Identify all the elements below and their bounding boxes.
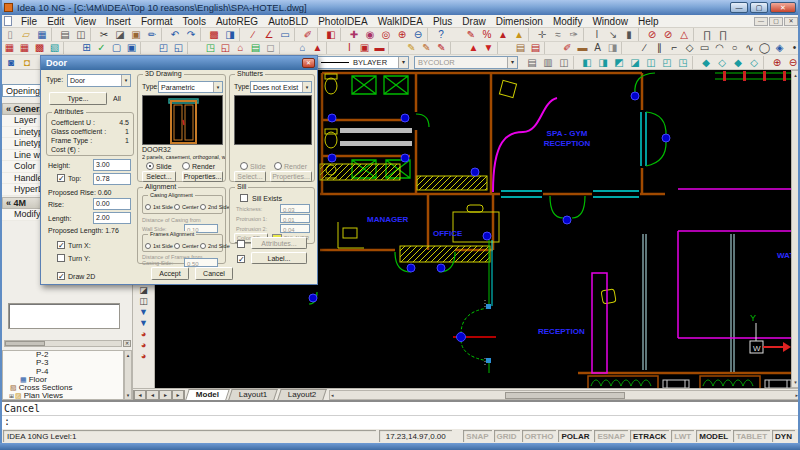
- d3-type-combo[interactable]: Parametric ▾: [158, 81, 223, 93]
- levels-icon[interactable]: ▲: [511, 28, 527, 41]
- view-top-icon[interactable]: ◧: [579, 56, 595, 69]
- status-toggle[interactable]: MODEL: [696, 430, 731, 442]
- view-ne-iso-icon[interactable]: ◰: [659, 56, 675, 69]
- measure-icon[interactable]: ≈: [550, 28, 566, 41]
- camera-icon[interactable]: ◕: [136, 329, 151, 340]
- view-side-icon[interactable]: ◩: [611, 56, 627, 69]
- collapse2-icon[interactable]: ▼: [136, 318, 151, 329]
- xref-icon[interactable]: ◙: [3, 56, 19, 69]
- status-toggle[interactable]: GRID: [494, 430, 520, 442]
- status-toggle[interactable]: LWT: [671, 430, 694, 442]
- AutoREG[interactable]: AutoREG: [211, 16, 263, 27]
- pencil-yellow-icon[interactable]: ✎: [404, 42, 419, 55]
- tree-item[interactable]: ⊞ ▨ Plan Views: [9, 392, 123, 400]
- pen-wall-icon[interactable]: ✐: [560, 42, 575, 55]
- layer-manager-icon[interactable]: ◘: [19, 56, 35, 69]
- Window[interactable]: Window: [587, 16, 633, 27]
- view-rotate-4-icon[interactable]: ◇: [746, 56, 762, 69]
- casing-1st-radio[interactable]: [145, 204, 151, 210]
- frames-2nd-radio[interactable]: [200, 243, 206, 249]
- wall-bar-icon[interactable]: ▬: [575, 42, 590, 55]
- camera2-icon[interactable]: ◕: [136, 340, 151, 351]
- beam-icon[interactable]: I: [589, 28, 605, 41]
- View[interactable]: View: [69, 16, 101, 27]
- pan-icon[interactable]: ✚: [346, 28, 362, 41]
- view-rotate-1-icon[interactable]: ◆: [698, 56, 714, 69]
- Insert[interactable]: Insert: [101, 16, 136, 27]
- tab-prev-button[interactable]: ◂: [146, 390, 159, 400]
- zoom-out-icon[interactable]: ⊖: [410, 28, 426, 41]
- Dimension[interactable]: Dimension: [491, 16, 548, 27]
- select-tool-icon[interactable]: ✛: [534, 28, 550, 41]
- shutters-type-combo[interactable]: Does not Exist ▾: [250, 81, 312, 93]
- corner-window-icon[interactable]: ◰: [156, 42, 171, 55]
- undo-icon[interactable]: ↶: [167, 28, 183, 41]
- dialog-title[interactable]: Door: [41, 56, 317, 70]
- layout-tab[interactable]: Layout2: [277, 389, 327, 400]
- format-painter-icon[interactable]: ✏: [144, 28, 160, 41]
- turn-y-checkbox[interactable]: [57, 254, 65, 262]
- pencil-red-icon[interactable]: ✎: [434, 42, 449, 55]
- Help[interactable]: Help: [633, 16, 664, 27]
- zoom-window-icon[interactable]: ◎: [378, 28, 394, 41]
- view-front-icon[interactable]: ◨: [595, 56, 611, 69]
- layers-panel-icon[interactable]: ◪: [136, 285, 151, 296]
- edit-vertex-icon[interactable]: ∠: [261, 28, 277, 41]
- status-toggle[interactable]: DYN: [772, 430, 795, 442]
- draw-2d-checkbox[interactable]: [57, 272, 65, 280]
- pencil-orange-icon[interactable]: ✎: [419, 42, 434, 55]
- ellipse-icon[interactable]: ◯: [757, 42, 772, 55]
- grid-red-icon[interactable]: ▦: [2, 42, 17, 55]
- status-toggle[interactable]: ETRACK: [630, 430, 669, 442]
- open-folder-icon[interactable]: ▱: [18, 28, 34, 41]
- turn-x-checkbox[interactable]: [57, 241, 65, 249]
- status-toggle[interactable]: ESNAP: [594, 430, 628, 442]
- status-toggle[interactable]: SNAP: [463, 430, 491, 442]
- rectangle-icon[interactable]: ▭: [697, 42, 712, 55]
- no-entry-alt-icon[interactable]: ⊘: [660, 28, 676, 41]
- zoom-in-icon[interactable]: ⊕: [394, 28, 410, 41]
- view-nw-iso-icon[interactable]: ◳: [675, 56, 691, 69]
- page-setup-icon[interactable]: ◫: [556, 56, 572, 69]
- panel-window-icon[interactable]: ◱: [171, 42, 186, 55]
- view-se-iso-icon[interactable]: ◫: [643, 56, 659, 69]
- command-line[interactable]: Cancel :: [0, 400, 800, 428]
- paste-icon[interactable]: ▣: [128, 28, 144, 41]
- status-toggle[interactable]: POLAR: [558, 430, 592, 442]
- label-button[interactable]: Label...: [251, 252, 307, 264]
- views-panel-icon[interactable]: ◫: [136, 296, 151, 307]
- frames-center-radio[interactable]: [174, 243, 180, 249]
- table-color-icon[interactable]: ▧: [47, 42, 62, 55]
- opening-icon[interactable]: ◻: [263, 42, 278, 55]
- render-radio[interactable]: [182, 162, 190, 170]
- top-field[interactable]: 0.78: [93, 173, 131, 185]
- minimize-button[interactable]: —: [730, 2, 748, 13]
- sketch-pen-icon[interactable]: ✐: [300, 28, 316, 41]
- collapse-icon[interactable]: ▼: [136, 307, 151, 318]
- block-gray-icon[interactable]: ◨: [605, 42, 620, 55]
- attributes-checkbox[interactable]: [237, 240, 245, 248]
- dimension-icon[interactable]: ▭: [277, 28, 293, 41]
- WalkIDEA[interactable]: WalkIDEA: [373, 16, 428, 27]
- door-red-icon[interactable]: ◱: [218, 42, 233, 55]
- window-grid-icon[interactable]: ⊞: [79, 42, 94, 55]
- close-button[interactable]: ✕: [770, 2, 796, 13]
- check-icon[interactable]: ✓: [94, 42, 109, 55]
- box-red-icon[interactable]: ▣: [357, 42, 372, 55]
- grid-red2-icon[interactable]: ▦: [17, 42, 32, 55]
- roof-blue-icon[interactable]: ⌂: [295, 42, 310, 55]
- text-tool-icon[interactable]: A: [590, 42, 605, 55]
- box-filled-icon[interactable]: ▣: [124, 42, 139, 55]
- Format[interactable]: Format: [136, 16, 178, 27]
- roof-red-icon[interactable]: ▲: [310, 42, 325, 55]
- redo-icon[interactable]: ↷: [183, 28, 199, 41]
- help-icon[interactable]: ?: [433, 28, 449, 41]
- sill-exists-checkbox[interactable]: [240, 194, 248, 202]
- status-toggle[interactable]: ORTHO: [522, 430, 557, 442]
- status-toggle[interactable]: TABLET: [733, 430, 770, 442]
- camera3-icon[interactable]: ◕: [136, 351, 151, 362]
- door-green-icon[interactable]: ◳: [203, 42, 218, 55]
- arc-icon[interactable]: ◠: [712, 42, 727, 55]
- cut-icon[interactable]: ✂: [96, 28, 112, 41]
- AutoBLD[interactable]: AutoBLD: [263, 16, 313, 27]
